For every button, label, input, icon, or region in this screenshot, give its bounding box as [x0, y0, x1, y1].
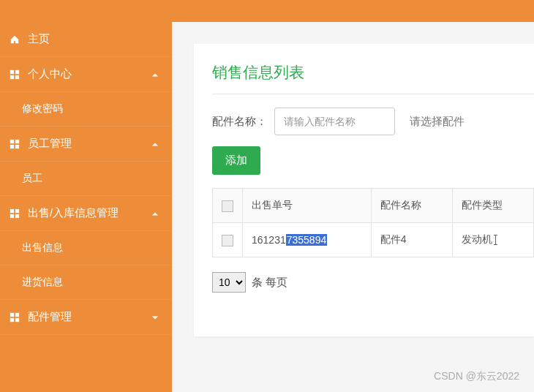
- svg-rect-3: [15, 75, 19, 78]
- select-all-checkbox[interactable]: [222, 200, 233, 212]
- cell-part-type: 发动机: [452, 223, 533, 257]
- svg-rect-0: [10, 69, 14, 73]
- row-checkbox[interactable]: [222, 235, 233, 246]
- sidebar-item-sale-stock[interactable]: 出售/入库信息管理: [0, 196, 172, 231]
- sidebar-item-label: 员工: [22, 172, 42, 185]
- pager: 10 条 每页: [212, 272, 534, 293]
- sidebar-item-label: 配件管理: [28, 310, 72, 324]
- panel: 销售信息列表 配件名称： 请选择配件 添加 出售单号 配件名称: [194, 44, 534, 336]
- sidebar-item-purchase-info[interactable]: 进货信息: [0, 265, 172, 300]
- page-size-label: 条 每页: [252, 276, 287, 290]
- sidebar-item-label: 出售信息: [22, 241, 63, 255]
- col-order-no: 出售单号: [243, 189, 372, 223]
- part-name-input[interactable]: [274, 108, 395, 135]
- grid-icon: [9, 138, 20, 150]
- svg-rect-14: [10, 317, 14, 321]
- sidebar-item-label: 进货信息: [22, 276, 63, 289]
- sidebar-item-home[interactable]: 主页: [0, 22, 172, 57]
- row-checkbox-cell: [213, 223, 243, 257]
- svg-rect-2: [10, 75, 14, 78]
- topbar: [0, 0, 534, 22]
- part-type-select-hint[interactable]: 请选择配件: [410, 115, 465, 129]
- sidebar-item-label: 个人中心: [28, 67, 72, 81]
- svg-rect-11: [15, 214, 19, 217]
- data-table: 出售单号 配件名称 配件类型 1612317355894 配件4 发动机: [212, 188, 534, 257]
- svg-rect-8: [10, 208, 14, 212]
- page-size-select[interactable]: 10: [212, 272, 246, 293]
- sidebar-item-parts-mgmt[interactable]: 配件管理: [0, 300, 172, 335]
- sidebar-item-staff[interactable]: 员工: [0, 162, 172, 196]
- sidebar-item-staff-mgmt[interactable]: 员工管理: [0, 127, 172, 162]
- svg-rect-4: [10, 139, 14, 143]
- chevron-up-icon: [151, 68, 159, 80]
- grid-icon: [9, 208, 20, 219]
- cell-part-name: 配件4: [371, 223, 452, 257]
- svg-rect-15: [15, 317, 19, 321]
- table-header-row: 出售单号 配件名称 配件类型: [213, 189, 534, 223]
- svg-rect-5: [15, 139, 19, 143]
- selected-text: 7355894: [286, 234, 328, 246]
- svg-rect-1: [15, 69, 19, 73]
- page-title: 销售信息列表: [212, 62, 534, 83]
- grid-icon: [9, 69, 20, 80]
- sidebar-item-sale-info[interactable]: 出售信息: [0, 231, 172, 265]
- chevron-up-icon: [151, 137, 159, 150]
- table-row[interactable]: 1612317355894 配件4 发动机: [213, 223, 534, 257]
- chevron-down-icon: [151, 311, 159, 323]
- watermark: CSDN @东云2022: [434, 370, 519, 383]
- chevron-up-icon: [151, 207, 159, 219]
- svg-rect-12: [10, 312, 14, 316]
- svg-rect-6: [10, 144, 14, 148]
- sidebar-item-label: 员工管理: [28, 137, 72, 151]
- svg-rect-9: [15, 208, 19, 212]
- sidebar-item-personal[interactable]: 个人中心: [0, 57, 172, 92]
- main-content: 销售信息列表 配件名称： 请选择配件 添加 出售单号 配件名称: [172, 22, 534, 392]
- svg-rect-13: [15, 312, 19, 316]
- sidebar-item-label: 出售/入库信息管理: [28, 206, 119, 220]
- grid-icon: [9, 312, 20, 323]
- filter-label: 配件名称：: [212, 115, 267, 129]
- sidebar-item-label: 修改密码: [22, 102, 63, 116]
- cell-order-no: 1612317355894: [243, 223, 372, 257]
- filter-row: 配件名称： 请选择配件: [212, 108, 534, 135]
- svg-rect-7: [15, 144, 19, 148]
- svg-rect-10: [10, 214, 14, 217]
- sidebar-item-change-password[interactable]: 修改密码: [0, 92, 172, 127]
- text-cursor-icon: [494, 235, 498, 245]
- add-button[interactable]: 添加: [212, 146, 260, 175]
- sidebar: 主页 个人中心 修改密码 员工管理 员工 出售/入库信息管理 出售信息 进货信息: [0, 22, 172, 392]
- col-part-name: 配件名称: [371, 189, 452, 223]
- col-part-type: 配件类型: [452, 189, 533, 223]
- header-checkbox-cell: [213, 189, 243, 223]
- sidebar-item-label: 主页: [28, 32, 50, 46]
- divider: [212, 94, 534, 94]
- home-icon: [9, 34, 20, 45]
